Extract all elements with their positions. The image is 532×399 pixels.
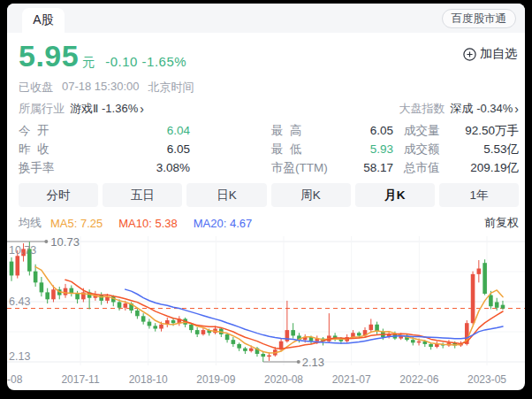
- svg-text:2.13: 2.13: [9, 350, 30, 363]
- tab-weekly-k[interactable]: 周K: [271, 183, 351, 207]
- stats-column-3: 成交量92.50万手 成交额5.53亿 总市值209.19亿: [404, 125, 519, 174]
- current-price: 5.95: [19, 39, 79, 73]
- tab-label: 日K: [217, 188, 237, 203]
- stat-value: 209.19亿: [470, 162, 519, 174]
- stat-value: 3.08%: [156, 162, 190, 174]
- stat-low: 最 低5.93: [271, 143, 393, 156]
- svg-text:2022-06: 2022-06: [399, 373, 438, 386]
- stat-high: 最 高6.05: [271, 125, 393, 137]
- brand-badge[interactable]: 百度股市通: [442, 9, 517, 28]
- stat-label: 昨 收: [19, 143, 49, 156]
- price-row: 5.95 元 -0.10 -1.65% 加自选: [19, 38, 519, 73]
- tab-monthly-k[interactable]: 月K: [355, 183, 435, 207]
- price-unit: 元: [82, 55, 95, 71]
- tab-a-share[interactable]: A股: [22, 8, 65, 33]
- chart-container: 10.732.1310.736.432.13-082017-112018-102…: [7, 233, 525, 390]
- candlestick-chart[interactable]: 10.732.1310.736.432.13-082017-112018-102…: [7, 233, 525, 390]
- svg-text:2.13: 2.13: [302, 356, 324, 369]
- stat-value: 6.05: [370, 125, 393, 137]
- stat-label: 最 低: [271, 143, 302, 156]
- svg-text:2020-08: 2020-08: [264, 373, 303, 386]
- stock-app-window: A股 百度股市通 5.95 元 -0.10 -1.65% 加自选: [7, 4, 525, 390]
- svg-text:6.43: 6.43: [9, 295, 30, 308]
- tab-label: 五日: [131, 188, 155, 203]
- stat-label: 成交额: [404, 143, 440, 156]
- ma10-legend: MA10: 5.38: [118, 217, 178, 230]
- industry-label: 所属行业: [19, 101, 65, 117]
- stat-volume: 成交量92.50万手: [404, 125, 519, 137]
- stat-value: 6.04: [167, 125, 190, 137]
- plus-circle-icon: [463, 48, 476, 61]
- market-tab-bar: A股 百度股市通: [7, 4, 525, 33]
- svg-text:10.73: 10.73: [50, 235, 80, 249]
- stat-turnover-rate: 换手率3.08%: [19, 162, 190, 174]
- quote-timestamp: 07-18 15:30:00: [62, 80, 139, 96]
- industry-index-row: 所属行业 游戏Ⅱ -1.36% › 大盘指数 深成 -0.34% ›: [19, 101, 519, 117]
- stat-label: 今 开: [19, 125, 49, 137]
- ma5-legend: MA5: 7.25: [50, 217, 103, 230]
- stat-prev-close: 昨 收6.05: [19, 143, 190, 156]
- stat-value: 92.50万手: [465, 125, 519, 137]
- ma-legend-title: 均线: [19, 215, 42, 231]
- svg-text:-08: -08: [7, 373, 23, 386]
- stat-value: 5.93: [370, 143, 393, 156]
- svg-text:2018-10: 2018-10: [129, 373, 168, 386]
- adjust-mode-toggle[interactable]: 前复权: [484, 215, 519, 231]
- tab-a-share-label: A股: [33, 12, 53, 28]
- tab-label: 1年: [469, 188, 488, 203]
- industry-link[interactable]: 游戏Ⅱ -1.36%: [70, 101, 138, 117]
- index-label: 大盘指数: [399, 101, 445, 117]
- stat-value: 58.17: [363, 162, 393, 174]
- stat-label: 换手率: [19, 162, 55, 174]
- timezone-label: 北京时间: [148, 80, 194, 96]
- chevron-right-icon: ›: [514, 103, 519, 115]
- index-link[interactable]: 深成 -0.34%: [451, 101, 513, 117]
- svg-text:2023-05: 2023-05: [467, 373, 506, 386]
- svg-text:2019-09: 2019-09: [196, 373, 235, 386]
- ma-legend-row: 均线 MA5: 7.25 MA10: 5.38 MA20: 4.67 前复权: [19, 215, 519, 231]
- tab-one-year[interactable]: 1年: [439, 183, 519, 207]
- add-watchlist-label: 加自选: [480, 46, 517, 62]
- svg-text:2017-11: 2017-11: [61, 373, 99, 386]
- svg-text:10.73: 10.73: [9, 244, 36, 257]
- tab-daily-k[interactable]: 日K: [186, 183, 266, 207]
- tab-label: 周K: [300, 188, 321, 203]
- chevron-right-icon: ›: [140, 103, 144, 115]
- tab-label: 分时: [47, 188, 71, 203]
- price-main: 5.95 元 -0.10 -1.65%: [19, 39, 186, 73]
- price-change: -0.10 -1.65%: [105, 54, 186, 69]
- tab-minute[interactable]: 分时: [19, 183, 98, 207]
- stat-open: 今 开6.04: [19, 125, 190, 137]
- svg-text:2021-07: 2021-07: [332, 373, 371, 386]
- tab-five-day[interactable]: 五日: [103, 183, 182, 207]
- stat-value: 5.53亿: [483, 143, 519, 156]
- market-index-group: 大盘指数 深成 -0.34% ›: [399, 101, 519, 117]
- change-percent: -1.65%: [142, 54, 187, 69]
- stat-amount: 成交额5.53亿: [404, 143, 519, 156]
- stat-pe-ttm: 市盈(TTM)58.17: [271, 162, 393, 174]
- stats-column-2: 最 高6.05 最 低5.93 市盈(TTM)58.17: [271, 125, 393, 174]
- stat-label: 成交量: [404, 125, 440, 137]
- stat-market-cap: 总市值209.19亿: [404, 162, 519, 174]
- stat-value: 6.05: [167, 143, 190, 156]
- ma20-legend: MA20: 4.67: [194, 217, 253, 230]
- market-status: 已收盘: [19, 80, 53, 96]
- chart-period-tabs: 分时 五日 日K 周K 月K 1年: [19, 183, 519, 207]
- stat-label: 最 高: [271, 125, 302, 137]
- stat-label: 市盈(TTM): [271, 162, 328, 174]
- market-status-row: 已收盘 07-18 15:30:00 北京时间: [19, 80, 519, 96]
- change-amount: -0.10: [105, 54, 138, 69]
- quote-stats-grid: 今 开6.04 昨 收6.05 换手率3.08% 最 高6.05 最 低5.93…: [19, 125, 519, 174]
- stats-column-1: 今 开6.04 昨 收6.05 换手率3.08%: [19, 125, 190, 174]
- stat-label: 总市值: [404, 162, 440, 174]
- add-watchlist-button[interactable]: 加自选: [463, 46, 517, 62]
- tab-label: 月K: [384, 188, 405, 203]
- brand-badge-label: 百度股市通: [452, 12, 507, 27]
